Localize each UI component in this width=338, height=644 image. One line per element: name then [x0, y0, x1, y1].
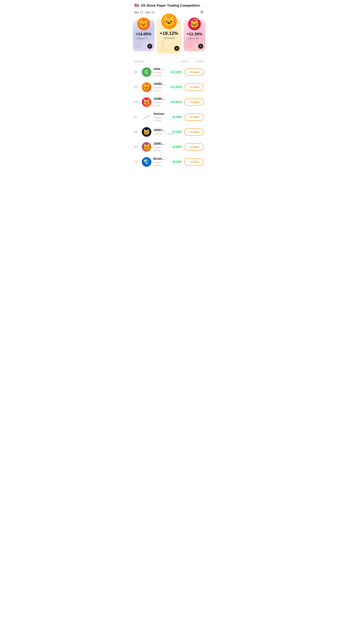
user-info: 103825618 Position：99.01% — [154, 82, 166, 92]
user-name: Sm1sm — [154, 112, 166, 116]
svg-point-4 — [202, 12, 203, 12]
avatar-text: C — [145, 69, 148, 75]
user-name: 102611933 — [154, 128, 166, 132]
user-position: Position：99.91% — [154, 161, 166, 167]
avatar-second: 🐱 — [137, 18, 150, 30]
rank-number: 09 — [134, 145, 140, 149]
follow-button[interactable]: + Follow — [184, 98, 204, 106]
rank-number: 07 — [134, 115, 140, 119]
user-info: BryanIsaac Position：99.91% — [154, 157, 166, 167]
leader-row: 10 🌏 BryanIsaac Position：99.91% +8.29% +… — [131, 154, 208, 170]
avatar-emoji: 🐱 — [143, 84, 150, 90]
svg-point-3 — [201, 11, 202, 12]
avatar-emoji: 🐱 — [143, 99, 150, 105]
svg-point-5 — [201, 12, 202, 13]
yield-value: +8.29% — [168, 160, 182, 164]
leader-row: 05 🐱 103825618 Position：99.01% +11.02% +… — [131, 80, 208, 95]
user-info: chee kong Ng... Position：25.79% — [154, 67, 166, 77]
avatar-emoji: 🐱 — [143, 144, 150, 150]
table-header: Ranking Yield i Follow — [131, 59, 208, 65]
leader-row: 08 🐱 102611933 Position：-27.59% +9.10% +… — [131, 124, 208, 140]
user-position: Position：57.50% — [154, 116, 166, 122]
rank-number: 08 — [134, 130, 140, 134]
user-info: 102611933 Position：-27.59% — [154, 128, 166, 136]
yield-value: +12.10% — [168, 70, 182, 74]
user-info: 103852253 Position：0.00% — [154, 97, 166, 107]
rank-number: 05 — [134, 85, 140, 89]
podium-name-third: Warren Buf... — [188, 37, 201, 40]
user-avatar: 🌏 — [142, 157, 152, 167]
user-name: 103617512 — [154, 142, 166, 146]
podium-yield-third: +12.35% — [186, 32, 202, 36]
th-yield-label: Yield i — [181, 60, 190, 63]
user-info: 103617512 Position：99.87% — [154, 142, 166, 152]
podium-second: 2 🐱 +14.65% Money is G... + — [133, 20, 154, 51]
follow-button[interactable]: + Follow — [184, 143, 204, 150]
rank-bg-first: 1 — [158, 38, 166, 52]
user-name: 103825618 — [154, 82, 166, 86]
th-follow-label: Follow — [196, 60, 204, 63]
user-avatar: C — [142, 67, 152, 77]
avatar-emoji: 🐱 — [143, 129, 150, 135]
user-avatar: 🐱 — [142, 82, 152, 92]
user-name: 103852253 — [154, 97, 166, 101]
leader-row: 04 C chee kong Ng... Position：25.79% +12… — [131, 65, 208, 80]
user-position: Position：-27.59% — [154, 132, 166, 136]
podium-yield-first: +18.12% — [160, 30, 178, 36]
podium-section: 2 🐱 +14.65% Money is G... + 1 🐱 +18.12% … — [131, 18, 208, 59]
leaders-list: 04 C chee kong Ng... Position：25.79% +12… — [131, 65, 208, 170]
podium-name-first: 105591586 — [163, 37, 175, 40]
chevron-down-icon[interactable]: ⌄ — [202, 4, 204, 7]
user-position: Position：0.00% — [154, 101, 166, 107]
user-info: Sm1sm Position：57.50% — [154, 112, 166, 122]
yield-info-icon[interactable]: i — [187, 60, 190, 63]
avatar-third: 🐱 -58.97% — [188, 18, 201, 30]
date-range: Mar 17 - Mar 22 — [134, 11, 155, 14]
header: 🇺🇸 US Stock Paper Trading Competition ⌄ — [131, 0, 208, 9]
th-ranking-label: Ranking — [134, 60, 144, 63]
yield-value: +9.10% — [168, 130, 182, 134]
follow-button[interactable]: + Follow — [184, 113, 204, 121]
follow-button[interactable]: + Follow — [184, 84, 204, 91]
user-name: BryanIsaac — [154, 157, 166, 160]
mini-chart-svg — [142, 114, 151, 121]
rank-number: 06 — [134, 100, 140, 104]
th-right: Yield i Follow — [181, 60, 204, 63]
flag-icon: 🇺🇸 — [134, 3, 139, 8]
avatar-circle-icon: 🌏 — [144, 159, 150, 165]
follow-plus-btn-third[interactable]: + — [198, 44, 203, 49]
yield-value: +11.02% — [168, 85, 182, 89]
user-avatar: 🐱 — [142, 142, 152, 152]
podium-name-second: Money is G... — [137, 37, 150, 40]
rank-number: 04 — [134, 70, 140, 74]
rank-number: 10 — [134, 160, 140, 164]
follow-button[interactable]: + Follow — [184, 158, 204, 166]
user-avatar — [142, 112, 152, 122]
podium-third: 3 🐱 -58.97% +12.35% Warren Buf... + — [184, 20, 205, 51]
leader-row: 07 Sm1sm Position：57.50% +9.30% + Follow — [131, 110, 208, 124]
follow-plus-btn-first[interactable]: + — [174, 46, 179, 51]
podium-first: 1 🐱 +18.12% 105591586 + — [156, 18, 182, 54]
user-position: Position：99.87% — [154, 146, 166, 152]
user-avatar: 🐱 — [142, 127, 152, 137]
podium-yield-second: +14.65% — [136, 32, 151, 36]
loss-badge: -58.97% — [192, 18, 200, 21]
leader-row: 06 🐱 103852253 Position：0.00% +10.61% + … — [131, 95, 208, 110]
user-avatar: 🐱 — [142, 97, 152, 107]
leader-row: 09 🐱 103617512 Position：99.87% +8.90% + … — [131, 140, 208, 154]
follow-button[interactable]: + Follow — [184, 128, 204, 136]
avatar-first: 🐱 — [161, 14, 177, 29]
yield-value: +9.30% — [168, 115, 182, 119]
filter-icon[interactable] — [200, 10, 204, 15]
follow-plus-btn-second[interactable]: + — [147, 44, 152, 49]
yield-value: +8.90% — [168, 145, 182, 149]
user-position: Position：25.79% — [154, 71, 166, 77]
header-title: US Stock Paper Trading Competition — [141, 4, 200, 8]
follow-button[interactable]: + Follow — [184, 68, 204, 76]
yield-value: +10.61% — [168, 100, 182, 104]
user-position: Position：99.01% — [154, 86, 166, 92]
header-left: 🇺🇸 US Stock Paper Trading Competition — [134, 3, 200, 8]
user-name: chee kong Ng... — [154, 67, 166, 71]
